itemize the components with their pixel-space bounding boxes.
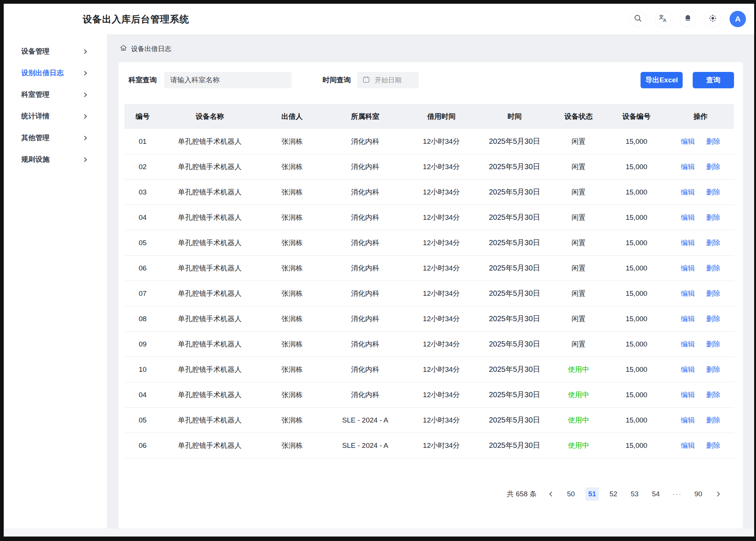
search-button[interactable] — [630, 11, 646, 27]
delete-link[interactable]: 删除 — [706, 339, 720, 349]
cell-borrower: 张润栋 — [258, 415, 325, 425]
chevron-right-icon — [83, 92, 88, 98]
cell-device-code: 15,000 — [606, 290, 667, 298]
cell-duration: 12小时34分 — [405, 162, 478, 172]
delete-link[interactable]: 删除 — [706, 289, 720, 298]
cell-date: 2025年5月30日 — [478, 364, 551, 374]
cell-borrower: 张润栋 — [258, 263, 325, 273]
sidebar-item-3[interactable]: 统计详情 — [4, 108, 107, 124]
theme-toggle-button[interactable] — [705, 11, 721, 27]
delete-link[interactable]: 删除 — [706, 441, 720, 450]
next-page-button[interactable] — [713, 487, 724, 501]
page-button-50[interactable]: 50 — [564, 487, 578, 501]
cell-borrower: 张润栋 — [258, 390, 325, 400]
delete-link[interactable]: 删除 — [706, 238, 720, 248]
cell-date: 2025年5月30日 — [478, 136, 551, 146]
home-icon[interactable] — [119, 44, 128, 54]
edit-link[interactable]: 编辑 — [681, 441, 695, 450]
table-row: 03 单孔腔镜手术机器人 张润栋 消化内科 12小时34分 2025年5月30日… — [124, 180, 734, 205]
cell-date: 2025年5月30日 — [478, 187, 551, 197]
delete-link[interactable]: 删除 — [706, 213, 720, 222]
cell-device-name: 单孔腔镜手术机器人 — [161, 365, 258, 374]
query-button[interactable]: 查询 — [693, 72, 734, 88]
delete-link[interactable]: 删除 — [706, 263, 720, 273]
cell-device-code: 15,000 — [606, 366, 667, 374]
sidebar-item-1[interactable]: 设别出借日志 — [4, 65, 107, 81]
edit-link[interactable]: 编辑 — [681, 339, 695, 349]
cell-actions: 编辑 删除 — [667, 365, 734, 374]
sidebar-item-4[interactable]: 其他管理 — [4, 130, 107, 146]
delete-link[interactable]: 删除 — [706, 415, 720, 425]
cell-device-name: 单孔腔镜手术机器人 — [161, 415, 258, 425]
delete-link[interactable]: 删除 — [706, 390, 720, 400]
cell-duration: 12小时34分 — [405, 441, 478, 450]
column-header: 设备编号 — [606, 112, 667, 121]
cell-device-code: 15,000 — [606, 391, 667, 399]
sidebar-item-2[interactable]: 科室管理 — [4, 86, 107, 103]
cell-actions: 编辑 删除 — [667, 162, 734, 172]
edit-link[interactable]: 编辑 — [681, 187, 695, 197]
start-date-picker[interactable]: 开始日期 — [357, 72, 419, 88]
table-row: 04 单孔腔镜手术机器人 张润栋 消化内科 12小时34分 2025年5月30日… — [124, 382, 734, 408]
delete-link[interactable]: 删除 — [706, 314, 720, 324]
cell-status: 闲置 — [551, 162, 606, 172]
column-header: 编号 — [124, 112, 161, 121]
edit-link[interactable]: 编辑 — [681, 213, 695, 222]
page-button-90[interactable]: 90 — [692, 487, 705, 501]
cell-borrower: 张润栋 — [258, 162, 325, 172]
delete-link[interactable]: 删除 — [706, 365, 720, 374]
delete-link[interactable]: 删除 — [706, 187, 720, 197]
cell-actions: 编辑 删除 — [667, 289, 734, 298]
sidebar-item-label: 设别出借日志 — [21, 68, 64, 78]
cell-status: 使用中 — [551, 365, 606, 374]
page-button-52[interactable]: 52 — [607, 487, 620, 501]
cell-borrower: 张润栋 — [258, 339, 325, 349]
cell-department: 消化内科 — [325, 314, 405, 324]
chevron-right-icon — [83, 70, 88, 76]
edit-link[interactable]: 编辑 — [681, 314, 695, 324]
cell-status: 闲置 — [551, 314, 606, 324]
cell-device-name: 单孔腔镜手术机器人 — [161, 162, 258, 172]
delete-link[interactable]: 删除 — [706, 162, 720, 172]
cell-device-name: 单孔腔镜手术机器人 — [161, 390, 258, 400]
sidebar-item-0[interactable]: 设备管理 — [4, 43, 107, 60]
sidebar-item-5[interactable]: 规则设施 — [4, 151, 107, 168]
cell-device-code: 15,000 — [606, 239, 667, 247]
table-row: 10 单孔腔镜手术机器人 张润栋 消化内科 12小时34分 2025年5月30日… — [124, 357, 734, 382]
chevron-right-icon — [83, 49, 88, 54]
cell-borrower: 张润栋 — [258, 289, 325, 298]
delete-link[interactable]: 删除 — [706, 137, 720, 146]
cell-date: 2025年5月30日 — [478, 415, 551, 425]
cell-status: 闲置 — [551, 289, 606, 298]
edit-link[interactable]: 编辑 — [681, 390, 695, 400]
content-card: 科室查询 时间查询 开始日期 — [118, 62, 743, 528]
user-avatar[interactable]: A — [730, 11, 746, 27]
edit-link[interactable]: 编辑 — [681, 289, 695, 298]
cell-device-name: 单孔腔镜手术机器人 — [161, 238, 258, 248]
sidebar-item-label: 统计详情 — [21, 111, 50, 121]
edit-link[interactable]: 编辑 — [681, 415, 695, 425]
cell-actions: 编辑 删除 — [667, 441, 734, 450]
cell-actions: 编辑 删除 — [667, 213, 734, 222]
notifications-button[interactable] — [680, 11, 696, 27]
export-excel-button[interactable]: 导出Excel — [641, 72, 683, 88]
edit-link[interactable]: 编辑 — [681, 137, 695, 146]
edit-link[interactable]: 编辑 — [681, 238, 695, 248]
table-row: 06 单孔腔镜手术机器人 张润栋 消化内科 12小时34分 2025年5月30日… — [124, 256, 734, 281]
page-button-54[interactable]: 54 — [649, 487, 663, 501]
table-header-row: 编号设备名称出借人所属科室借用时间时间设备状态设备编号操作 — [124, 104, 734, 129]
edit-link[interactable]: 编辑 — [681, 162, 695, 172]
edit-link[interactable]: 编辑 — [681, 365, 695, 374]
cell-device-code: 15,000 — [606, 137, 667, 146]
cell-device-code: 15,000 — [606, 416, 667, 424]
cell-id: 04 — [124, 391, 161, 399]
edit-link[interactable]: 编辑 — [681, 263, 695, 273]
language-button[interactable]: 文A — [655, 11, 671, 27]
dept-search-input[interactable] — [164, 72, 292, 88]
prev-page-button[interactable] — [545, 487, 556, 501]
table-row: 06 单孔腔镜手术机器人 张润栋 SLE - 2024 - A 12小时34分 … — [124, 433, 734, 458]
page-button-53[interactable]: 53 — [628, 487, 641, 501]
page-button-51[interactable]: 51 — [585, 487, 599, 501]
calendar-icon — [362, 76, 370, 85]
cell-id: 10 — [124, 366, 161, 374]
